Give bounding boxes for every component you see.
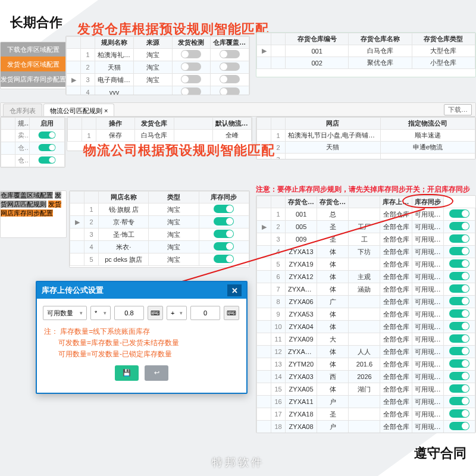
table-row[interactable]: 18ZYXA08户全部仓库可用现量*0.6 [257, 421, 475, 433]
table-row[interactable]: 11ZYXA09大全部仓库可用现量*0.6 [257, 333, 475, 346]
table-row[interactable]: 6ZYXA12体主观全部仓库可用现量*0.6 [257, 271, 475, 283]
table-row[interactable]: 2天猫申通e物流 [257, 142, 475, 154]
s1-warehouse-grid[interactable]: 存货仓库编号存货仓库名称存货仓库类型▶001白马仓库大型仓库002聚优仓库小型仓… [256, 33, 475, 69]
table-row[interactable]: 5ZYXA19体全部仓库可用现量*0.6 [257, 258, 475, 271]
toggle-switch[interactable] [449, 334, 469, 343]
toggle-switch[interactable] [220, 62, 240, 71]
toggle-switch[interactable] [181, 87, 201, 95]
toggle-switch[interactable] [449, 297, 469, 305]
table-row[interactable]: ▶001白马仓库大型仓库 [257, 45, 475, 57]
factor-input[interactable]: 0.8 [114, 306, 144, 320]
table-row[interactable]: 3— [257, 154, 475, 160]
sidebar-btn-warehouse-area[interactable]: 发货仓库区域配置 [0, 57, 67, 72]
toggle-switch[interactable] [449, 284, 469, 293]
table-row[interactable]: 1锐·旗舰 店淘宝 [70, 203, 249, 216]
table-row[interactable]: 13ZYTM20体201.6全部仓库可用现量*0.6 [257, 358, 475, 371]
quantity-type-select[interactable]: 可用数量▾ [43, 306, 87, 320]
dialog-titlebar[interactable]: 库存上传公式设置 ✕ [37, 282, 246, 299]
table-row[interactable]: 仓库网店匹配 [1, 142, 65, 155]
table-row[interactable]: ▶3电子商铺通通用户淘宝 [67, 74, 249, 86]
toggle-switch[interactable] [220, 50, 240, 58]
toggle-switch[interactable] [449, 384, 469, 393]
s1-rules-grid[interactable]: 规则名称来源发货检测仓库覆盖区域检测1柏澳海礼节日小盘淘宝2天猫淘宝▶3电子商铺… [66, 36, 249, 95]
table-row[interactable]: 14ZYXA03西2026全部仓库可用现量*0.6 [257, 371, 475, 383]
tab-logistics-rules[interactable]: 物流公司匹配规则 × [43, 104, 114, 117]
sidebar-btn-area-config[interactable]: 仓库覆盖区域配置 [1, 192, 53, 199]
toggle-switch[interactable] [449, 409, 469, 418]
operator2-select[interactable]: +▾ [167, 306, 187, 320]
toggle-switch[interactable] [449, 272, 469, 280]
s2-rule-enable-table: 规则名称启用卖家备注匹配仓库网店匹配仓库区域匹配 [0, 117, 65, 168]
toggle-switch[interactable] [214, 205, 234, 213]
toggle-switch[interactable] [220, 75, 240, 83]
toggle-switch[interactable] [449, 422, 469, 430]
operator1-select[interactable]: *▾ [90, 306, 111, 320]
table-row[interactable]: 002聚优仓库小型仓库 [257, 57, 475, 69]
table-row[interactable]: 卖家备注匹配 [1, 130, 65, 142]
table-row[interactable]: 1柏澳海礼节日小盘,电子商铺通通用户,京东测试顺丰速递 [257, 130, 475, 142]
dialog-cancel-button[interactable]: ↩ [145, 365, 168, 381]
table-row[interactable]: 17ZYXA18圣全部仓库可用现量*0.6 [257, 408, 475, 421]
table-row[interactable]: 4vvv [67, 86, 249, 96]
toggle-switch[interactable] [449, 347, 469, 355]
table-row[interactable]: 1柏澳海礼节日小盘淘宝 [67, 49, 249, 61]
table-row[interactable]: 7ZYXA414体涵勋全部仓库可用现量*0.6 [257, 283, 475, 296]
s3-stock-formula-grid[interactable]: 存货仓库编号存货仓库名称库存上传公式库存同步1001总全部仓库可用现量*0.6▶… [256, 196, 475, 433]
table-row[interactable]: 10ZYXA04体全部仓库可用现量*0.6 [257, 321, 475, 333]
table-row[interactable]: 12ZYXA423体人人全部仓库可用现量*0.6 [257, 346, 475, 358]
table-row[interactable]: 3圣·饰工淘宝 [70, 228, 249, 241]
toggle-switch[interactable] [449, 397, 469, 405]
toggle-switch[interactable] [181, 62, 201, 71]
table-row[interactable]: 4米衣·淘宝 [70, 241, 249, 253]
table-row[interactable]: 8ZYXA06广全部仓库可用现量*0.6 [257, 296, 475, 308]
s3-store-list-grid[interactable]: 网店名称类型库存同步1锐·旗舰 店淘宝▶2京·帮专淘宝3圣·饰工淘宝4米衣·淘宝… [70, 191, 249, 266]
toggle-switch[interactable] [449, 209, 469, 218]
table-row[interactable]: 4ZYXA13体下坊全部仓库可用现量*0.6 [257, 246, 475, 258]
sidebar-btn-stock-sync[interactable]: 发货网店库存同步配置 [0, 71, 67, 87]
table-row[interactable]: 仓库区域匹配 [1, 155, 65, 167]
toggle-switch[interactable] [39, 131, 56, 139]
toggle-switch[interactable] [39, 156, 56, 164]
toggle-switch[interactable] [449, 234, 469, 243]
toggle-switch[interactable] [449, 322, 469, 330]
toggle-switch[interactable] [449, 259, 469, 268]
headline-logistics-match: 物流公司根据预设规则智能匹配 [83, 142, 275, 159]
s2-rule-enable-grid[interactable]: 规则名称启用卖家备注匹配仓库网店匹配仓库区域匹配 [1, 117, 65, 167]
offset-input[interactable]: 0 [190, 306, 220, 320]
table-row[interactable]: 1001总全部仓库可用现量*0.6 [257, 208, 475, 221]
s2-tabstrip: 仓库列表 物流公司匹配规则 × 下载… [0, 102, 476, 117]
table-row[interactable]: 5pc deks 旗店淘宝 [70, 253, 249, 266]
table-row[interactable]: 16ZYXA11户全部仓库可用现量*0.6 [257, 396, 475, 408]
table-row[interactable]: 15ZYXA05体湖门全部仓库可用现量*0.6 [257, 383, 475, 396]
toggle-switch[interactable] [449, 247, 469, 255]
toggle-switch[interactable] [449, 222, 469, 230]
dialog-save-button[interactable]: 💾 [115, 365, 139, 381]
dialog-title: 库存上传公式设置 [42, 285, 104, 296]
table-row[interactable]: 19ZYXA48户全部仓库可用现量*0.6 [257, 433, 475, 434]
s2-store-carrier-grid[interactable]: 网店指定物流公司1柏澳海礼节日小盘,电子商铺通通用户,京东测试顺丰速递2天猫申通… [256, 117, 475, 159]
s2-operation-grid[interactable]: 操作发货仓库默认物流公司1保存白马仓库全峰 [67, 117, 252, 142]
table-row[interactable]: 9ZYXA53体全部仓库可用现量*0.6 [257, 308, 475, 321]
toggle-switch[interactable] [214, 217, 234, 226]
toggle-switch[interactable] [181, 75, 201, 83]
toggle-switch[interactable] [39, 144, 56, 151]
sidebar-btn-download-area[interactable]: 下载仓库区域配置 [0, 42, 67, 57]
toggle-switch[interactable] [181, 50, 201, 58]
tab-warehouse-list[interactable]: 仓库列表 [3, 104, 42, 117]
table-row[interactable]: 3009圣工全部仓库可用现量*0.6 [257, 233, 475, 246]
table-row[interactable]: 1保存白马仓库全峰 [68, 130, 252, 142]
table-row[interactable]: ▶2京·帮专淘宝 [70, 216, 249, 228]
toggle-switch[interactable] [449, 372, 469, 380]
toggle-switch[interactable] [214, 242, 234, 250]
calc-icon-2[interactable]: ⌨ [224, 306, 239, 320]
table-row[interactable]: ▶2005圣工厂全部仓库可用现量*1 [257, 221, 475, 233]
download-button[interactable]: 下载… [444, 104, 472, 115]
calc-icon[interactable]: ⌨ [148, 306, 163, 320]
table-row[interactable]: 2天猫淘宝 [67, 61, 249, 74]
toggle-switch[interactable] [449, 359, 469, 368]
toggle-switch[interactable] [214, 255, 234, 263]
close-icon[interactable]: ✕ [227, 284, 242, 296]
toggle-switch[interactable] [220, 87, 240, 95]
toggle-switch[interactable] [214, 230, 234, 238]
toggle-switch[interactable] [449, 309, 469, 318]
